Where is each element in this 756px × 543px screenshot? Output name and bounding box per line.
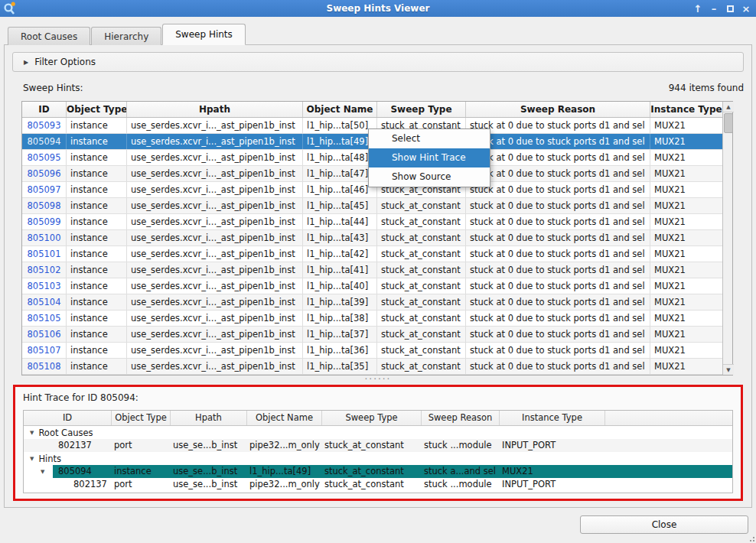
- trace-column-header-object_type[interactable]: Object Type: [112, 411, 171, 425]
- trace-row[interactable]: 802137portuse_se...b_instpipe32...m_only…: [24, 478, 732, 491]
- table-row[interactable]: 805104instanceuse_serdes.xcvr_i..._ast_p…: [22, 294, 722, 311]
- trace-column-header-hpath[interactable]: Hpath: [171, 411, 247, 425]
- vertical-scrollbar[interactable]: ▲ ▼: [722, 102, 732, 375]
- close-button[interactable]: Close: [580, 515, 748, 534]
- scrollbar-thumb[interactable]: [724, 113, 733, 133]
- cell-object_name: l1_hip...ta[47]: [303, 166, 377, 181]
- trace-cell-instance_type: MUX21: [500, 465, 605, 478]
- trace-column-header-sweep_type[interactable]: Sweep Type: [322, 411, 422, 425]
- close-icon[interactable]: ×: [741, 2, 751, 15]
- cell-id[interactable]: 805098: [22, 198, 67, 213]
- expander-icon[interactable]: ▼: [30, 430, 34, 436]
- cell-sweep_type: stuck_at_constant: [377, 278, 466, 294]
- cell-id[interactable]: 805093: [22, 118, 67, 133]
- cell-instance_type: MUX21: [650, 359, 722, 374]
- maximize-icon[interactable]: [725, 2, 735, 15]
- shade-icon[interactable]: ↑: [692, 2, 703, 15]
- cell-instance_type: MUX21: [650, 246, 722, 262]
- cell-id[interactable]: 805106: [22, 327, 67, 342]
- cell-sweep_type: stuck_at_constant: [377, 262, 466, 278]
- cell-id[interactable]: 805102: [22, 262, 67, 278]
- column-header-id[interactable]: ID: [22, 102, 67, 117]
- trace-column-header-sweep_reason[interactable]: Sweep Reason: [422, 411, 500, 425]
- cell-id[interactable]: 805096: [22, 166, 67, 181]
- column-header-object_type[interactable]: Object Type: [67, 102, 127, 117]
- cell-hpath: use_serdes.xcvr_i..._ast_pipen1b_inst: [127, 230, 303, 245]
- cell-sweep_reason: stuck at 0 due to stuck ports d1 and sel: [466, 359, 650, 374]
- cell-id[interactable]: 805100: [22, 230, 67, 245]
- table-row[interactable]: 805098instanceuse_serdes.xcvr_i..._ast_p…: [22, 198, 722, 214]
- menu-item-show-hint-trace[interactable]: Show Hint Trace: [369, 148, 490, 167]
- tab-root-causes[interactable]: Root Causes: [8, 27, 90, 45]
- cell-instance_type: MUX21: [650, 134, 722, 149]
- group-name: Hints: [38, 454, 61, 464]
- splitter-handle[interactable]: ······: [0, 374, 756, 383]
- cell-id[interactable]: 805105: [22, 311, 67, 326]
- menu-item-show-source[interactable]: Show Source: [369, 167, 490, 187]
- cell-id[interactable]: 805097: [22, 182, 67, 197]
- expander-icon[interactable]: ▼: [30, 456, 34, 462]
- scroll-down-icon[interactable]: ▼: [723, 364, 734, 375]
- tab-bar: Root Causes Hierarchy Sweep Hints: [8, 24, 246, 45]
- cell-id[interactable]: 805108: [22, 359, 67, 374]
- trace-cell-object_name: pipe32...m_only: [247, 478, 322, 491]
- sweep-hints-label: Sweep Hints:: [23, 83, 83, 93]
- column-header-sweep_type[interactable]: Sweep Type: [377, 102, 466, 117]
- trace-group-row[interactable]: ▼Hints: [24, 452, 732, 465]
- table-row[interactable]: 805100instanceuse_serdes.xcvr_i..._ast_p…: [22, 230, 722, 246]
- cell-sweep_reason: stuck at 0 due to stuck ports d1 and sel: [466, 198, 650, 213]
- trace-column-header-instance_type[interactable]: Instance Type: [500, 411, 605, 425]
- column-header-instance_type[interactable]: Instance Type: [650, 102, 722, 117]
- cell-object_name: l1_hip...ta[44]: [303, 214, 377, 229]
- tab-hierarchy[interactable]: Hierarchy: [91, 27, 161, 45]
- cell-id[interactable]: 805094: [22, 134, 67, 149]
- expander-icon[interactable]: ▼: [41, 465, 44, 478]
- cell-id[interactable]: 805103: [22, 278, 67, 294]
- cell-object_name: l1_hip...ta[38]: [303, 311, 377, 326]
- cell-hpath: use_serdes.xcvr_i..._ast_pipen1b_inst: [127, 343, 303, 358]
- resize-grip[interactable]: [747, 534, 754, 541]
- table-row[interactable]: 805102instanceuse_serdes.xcvr_i..._ast_p…: [22, 262, 722, 278]
- cell-sweep_reason: stuck at 0 due to stuck ports d1 and sel: [466, 134, 650, 149]
- table-row[interactable]: 805107instanceuse_serdes.xcvr_i..._ast_p…: [22, 343, 722, 359]
- minimize-icon[interactable]: –: [709, 2, 719, 15]
- splitter-dots-icon: ······: [365, 374, 392, 385]
- table-row[interactable]: 805103instanceuse_serdes.xcvr_i..._ast_p…: [22, 278, 722, 294]
- cell-id[interactable]: 805099: [22, 214, 67, 229]
- table-row[interactable]: 805108instanceuse_serdes.xcvr_i..._ast_p…: [22, 359, 722, 375]
- table-row[interactable]: 805106instanceuse_serdes.xcvr_i..._ast_p…: [22, 327, 722, 343]
- cell-id[interactable]: 805095: [22, 150, 67, 165]
- table-row[interactable]: 805099instanceuse_serdes.xcvr_i..._ast_p…: [22, 214, 722, 230]
- trace-column-header-id[interactable]: ID: [24, 411, 112, 425]
- trace-group-row[interactable]: ▼Root Causes: [24, 426, 732, 439]
- cell-id[interactable]: 805107: [22, 343, 67, 358]
- filter-options-header[interactable]: ▶ Filter Options: [12, 52, 744, 72]
- cell-instance_type: MUX21: [650, 294, 722, 310]
- table-row[interactable]: 805101instanceuse_serdes.xcvr_i..._ast_p…: [22, 246, 722, 262]
- cell-object_type: instance: [67, 343, 127, 358]
- cell-object_name: l1_hip...ta[36]: [303, 343, 377, 358]
- cell-object_name: l1_hip...ta[39]: [303, 294, 377, 310]
- cell-object_name: l1_hip...ta[40]: [303, 278, 377, 294]
- trace-row[interactable]: 802137portuse_se...b_instpipe32...m_only…: [24, 439, 732, 452]
- cell-hpath: use_serdes.xcvr_i..._ast_pipen1b_inst: [127, 246, 303, 262]
- column-header-sweep_reason[interactable]: Sweep Reason: [466, 102, 650, 117]
- context-menu: Select Show Hint Trace Show Source: [368, 128, 490, 187]
- cell-sweep_type: stuck_at_constant: [377, 327, 466, 342]
- cell-instance_type: MUX21: [650, 278, 722, 294]
- cell-hpath: use_serdes.xcvr_i..._ast_pipen1b_inst: [127, 118, 303, 133]
- cell-object_type: instance: [67, 214, 127, 229]
- cell-id[interactable]: 805101: [22, 246, 67, 262]
- tab-sweep-hints[interactable]: Sweep Hints: [162, 24, 246, 45]
- menu-item-select[interactable]: Select: [369, 129, 490, 148]
- cell-sweep_reason: stuck at 0 due to stuck ports d1 and sel: [466, 327, 650, 342]
- column-header-hpath[interactable]: Hpath: [127, 102, 303, 117]
- scroll-up-icon[interactable]: ▲: [723, 102, 734, 112]
- trace-row[interactable]: ▼805094instanceuse_se...b_instl1_hip...t…: [24, 465, 732, 478]
- cell-object_name: l1_hip...ta[35]: [303, 359, 377, 374]
- trace-cell-sweep_reason: stuck ...module: [422, 478, 500, 491]
- table-row[interactable]: 805105instanceuse_serdes.xcvr_i..._ast_p…: [22, 311, 722, 327]
- cell-id[interactable]: 805104: [22, 294, 67, 310]
- trace-column-header-object_name[interactable]: Object Name: [247, 411, 322, 425]
- column-header-object_name[interactable]: Object Name: [303, 102, 377, 117]
